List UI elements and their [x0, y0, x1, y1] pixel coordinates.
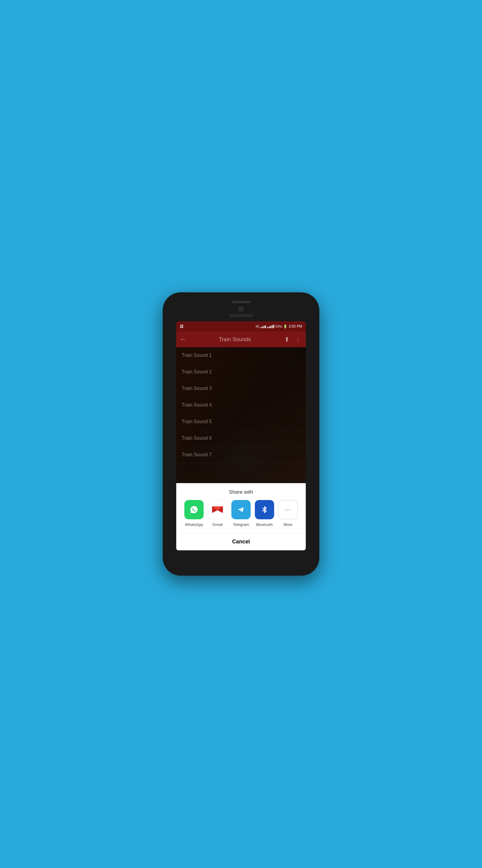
bar9	[273, 324, 274, 328]
bar6	[269, 327, 269, 328]
bar8	[272, 325, 272, 328]
bar2	[262, 327, 263, 328]
phone-frame: 🖼 4G 63% 🔋 3:55 P	[163, 292, 319, 576]
cancel-button[interactable]: Cancel	[176, 533, 306, 550]
share-more[interactable]: ··· More	[278, 500, 298, 527]
battery-percent: 63%	[275, 324, 282, 328]
phone-screen: 🖼 4G 63% 🔋 3:55 P	[176, 321, 306, 550]
more-icon: ···	[278, 500, 298, 519]
status-right: 4G 63% 🔋 3:55 PM	[255, 324, 302, 329]
bar1	[261, 327, 261, 328]
toolbar-title: Train Sounds	[190, 336, 280, 343]
share-telegram[interactable]: Telegram	[231, 500, 251, 527]
bluetooth-icon	[255, 500, 274, 519]
phone-speaker	[229, 314, 253, 317]
bar3	[264, 326, 264, 328]
share-title: Share with	[176, 483, 306, 500]
battery-icon: 🔋	[283, 324, 287, 329]
gmail-icon	[208, 500, 227, 519]
share-icon[interactable]: ⬆	[283, 335, 291, 344]
app-toolbar: ← Train Sounds ⬆ ⋮	[176, 332, 306, 347]
overflow-menu-icon[interactable]: ⋮	[294, 335, 302, 344]
time-display: 3:55 PM	[289, 324, 302, 329]
back-button[interactable]: ←	[180, 336, 187, 343]
gmail-label: Gmail	[213, 522, 223, 527]
share-gmail[interactable]: Gmail	[208, 500, 227, 527]
bar4	[265, 325, 266, 328]
whatsapp-icon	[184, 500, 204, 519]
share-bluetooth[interactable]: Bluetooth	[255, 500, 274, 527]
bar5	[267, 327, 268, 328]
telegram-label: Telegram	[233, 522, 249, 527]
signal-bars-2	[267, 324, 274, 328]
network-label: 4G	[255, 325, 259, 328]
status-left: 🖼	[180, 324, 184, 329]
bluetooth-label: Bluetooth	[256, 522, 273, 527]
bar7	[270, 326, 271, 328]
more-label: More	[284, 522, 292, 527]
main-content: Train Sound 1 Train Sound 2 Train Sound …	[176, 347, 306, 550]
status-bar: 🖼 4G 63% 🔋 3:55 P	[176, 321, 306, 332]
share-sheet: Share with WhatsApp	[176, 483, 306, 550]
notification-icon: 🖼	[180, 324, 184, 329]
signal-bars	[261, 324, 266, 328]
share-icons-row: WhatsApp	[176, 500, 306, 533]
share-whatsapp[interactable]: WhatsApp	[184, 500, 204, 527]
whatsapp-label: WhatsApp	[185, 522, 203, 527]
phone-top-bar	[232, 301, 250, 303]
svg-point-2	[235, 504, 247, 515]
phone-camera	[238, 306, 244, 312]
telegram-icon	[231, 500, 251, 519]
